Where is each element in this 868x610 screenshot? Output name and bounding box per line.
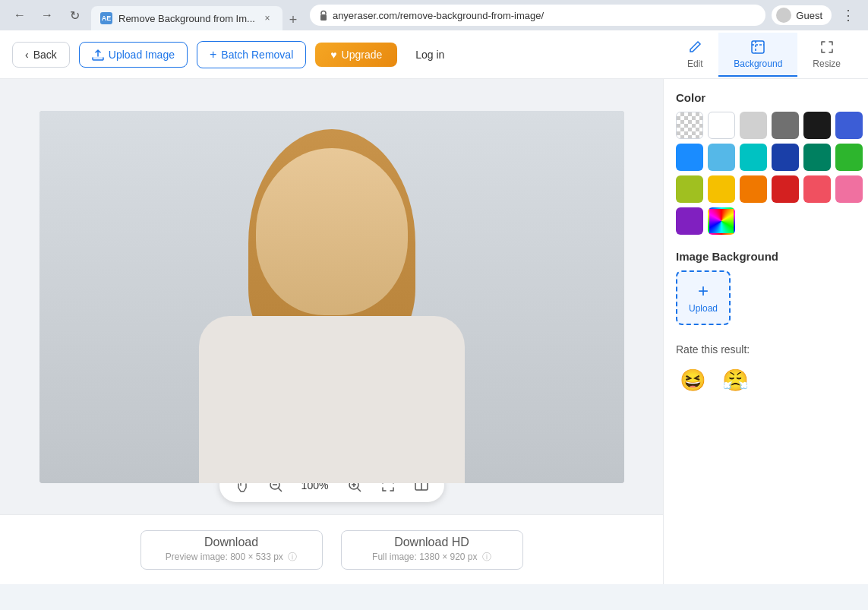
color-swatch-yellow-green[interactable] — [676, 175, 703, 203]
edit-tab-label: Edit — [687, 58, 703, 69]
happy-emoji: 😆 — [680, 368, 706, 393]
browser-tabs: AE Remove Background from Im... × + — [91, 0, 304, 30]
batch-removal-button[interactable]: + Batch Removal — [197, 41, 306, 68]
new-tab-btn[interactable]: + — [282, 9, 304, 30]
color-section: Color — [676, 91, 856, 235]
upload-bg-label: Upload — [689, 303, 718, 314]
download-sub: Preview image: 800 × 533 px ⓘ — [166, 551, 297, 564]
angry-emoji: 😤 — [722, 368, 749, 393]
svg-line-12 — [278, 488, 282, 492]
canvas-area: 100% Download Preview — [0, 79, 663, 584]
happy-emoji-btn[interactable]: 😆 — [676, 363, 709, 397]
color-swatch-gray[interactable] — [772, 112, 799, 139]
tab-resize[interactable]: Resize — [797, 33, 856, 77]
upload-plus-icon: + — [698, 282, 709, 300]
color-swatch-blue[interactable] — [676, 144, 703, 171]
color-swatch-yellow[interactable] — [708, 175, 735, 203]
tab-background[interactable]: Background — [718, 33, 797, 77]
face-shape — [256, 148, 408, 315]
canvas-wrapper: 100% — [0, 79, 663, 514]
svg-rect-0 — [320, 14, 327, 21]
rating-title: Rate this result: — [676, 343, 856, 356]
back-label: Back — [33, 49, 57, 61]
emoji-row: 😆 😤 — [676, 363, 856, 397]
download-hd-info-icon: ⓘ — [482, 552, 491, 562]
guest-label: Guest — [796, 10, 822, 21]
main-content: 100% Download Preview — [0, 79, 868, 584]
upgrade-label: Upgrade — [342, 49, 383, 61]
back-chevron-icon: ‹ — [25, 49, 29, 61]
download-hd-button[interactable]: Download HD Full image: 1380 × 920 px ⓘ — [341, 530, 523, 570]
color-swatch-black[interactable] — [803, 112, 831, 139]
color-swatch-purple[interactable] — [676, 207, 703, 235]
color-section-title: Color — [676, 91, 856, 104]
tab-favicon: AE — [100, 12, 112, 24]
upload-image-label: Upload Image — [109, 49, 175, 61]
background-icon — [750, 39, 766, 55]
color-swatch-green[interactable] — [835, 144, 863, 171]
address-text: anyeraser.com/remove-background-from-ima… — [333, 10, 756, 21]
color-swatch-light-gray[interactable] — [740, 112, 767, 139]
color-swatch-pink-red[interactable] — [803, 175, 831, 203]
background-tab-label: Background — [734, 58, 782, 69]
color-swatch-royal-blue[interactable] — [835, 112, 863, 139]
color-swatch-rainbow[interactable] — [708, 207, 735, 235]
edit-icon — [687, 39, 703, 55]
color-swatch-orange[interactable] — [740, 175, 767, 203]
image-bg-title: Image Background — [676, 250, 856, 263]
app: ‹ Back Upload Image + Batch Removal ♥ Up… — [0, 30, 868, 584]
download-hd-sub: Full image: 1380 × 920 px ⓘ — [372, 551, 491, 564]
resize-tab-label: Resize — [813, 58, 841, 69]
tab-close-btn[interactable]: × — [261, 12, 273, 24]
svg-rect-1 — [93, 57, 103, 59]
svg-line-15 — [357, 488, 361, 492]
resize-icon — [819, 39, 835, 55]
color-swatch-pink[interactable] — [835, 175, 863, 203]
nav-forward[interactable]: → — [36, 5, 58, 26]
tab-title: Remove Background from Im... — [118, 13, 255, 24]
color-swatch-transparent[interactable] — [676, 112, 703, 139]
svg-rect-2 — [752, 41, 764, 53]
browser-menu-btn[interactable]: ⋮ — [838, 5, 859, 26]
upload-background-button[interactable]: + Upload — [676, 270, 731, 325]
download-info-icon: ⓘ — [288, 552, 297, 562]
upload-image-button[interactable]: Upload Image — [79, 42, 188, 68]
active-tab[interactable]: AE Remove Background from Im... × — [91, 6, 282, 30]
tab-edit[interactable]: Edit — [671, 33, 718, 77]
color-swatch-light-blue[interactable] — [708, 144, 735, 171]
download-hd-label: Download HD — [394, 536, 469, 549]
guest-avatar — [776, 8, 791, 23]
upgrade-button[interactable]: ♥ Upgrade — [315, 43, 397, 67]
batch-label: Batch Removal — [221, 49, 293, 61]
download-label: Download — [204, 536, 258, 549]
download-button[interactable]: Download Preview image: 800 × 533 px ⓘ — [140, 530, 323, 570]
person-image — [39, 111, 624, 483]
color-swatch-teal[interactable] — [740, 144, 767, 171]
guest-account-btn[interactable]: Guest — [772, 5, 832, 25]
right-panel: Color — [663, 79, 868, 584]
image-canvas — [39, 111, 624, 483]
toolbar: ‹ Back Upload Image + Batch Removal ♥ Up… — [0, 30, 868, 79]
back-button[interactable]: ‹ Back — [12, 42, 70, 68]
image-background-section: Image Background + Upload — [676, 250, 856, 325]
color-swatch-white[interactable] — [708, 112, 735, 139]
tool-tabs: Edit Background Resize — [671, 33, 856, 77]
color-swatch-dark-teal[interactable] — [803, 144, 831, 171]
color-swatch-red[interactable] — [772, 175, 799, 203]
color-grid — [676, 112, 856, 235]
nav-back[interactable]: ← — [9, 5, 30, 26]
color-swatch-dark-blue[interactable] — [772, 144, 799, 171]
browser-chrome: ← → ↻ AE Remove Background from Im... × … — [0, 0, 868, 30]
angry-emoji-btn[interactable]: 😤 — [718, 363, 752, 397]
body-shape — [199, 316, 465, 483]
nav-refresh[interactable]: ↻ — [64, 5, 85, 26]
lock-icon — [319, 10, 328, 21]
login-button[interactable]: Log in — [406, 43, 453, 67]
address-bar[interactable]: anyeraser.com/remove-background-from-ima… — [310, 5, 765, 26]
bottom-bar: Download Preview image: 800 × 533 px ⓘ D… — [0, 514, 663, 584]
login-label: Log in — [415, 49, 444, 61]
heart-icon: ♥ — [330, 49, 336, 61]
plus-icon: + — [210, 48, 216, 62]
rating-section: Rate this result: 😆 😤 — [676, 343, 856, 397]
upload-icon — [92, 49, 104, 61]
